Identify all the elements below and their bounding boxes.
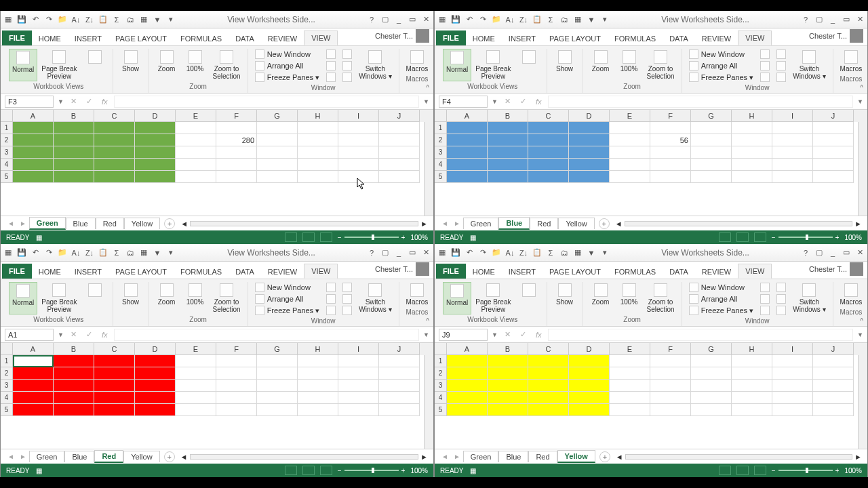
- cell[interactable]: [732, 159, 772, 171]
- save-icon[interactable]: 💾: [451, 248, 460, 258]
- cell[interactable]: 56: [650, 134, 691, 146]
- ribbon-tab-insert[interactable]: INSERT: [502, 32, 542, 45]
- tab-nav-prev-icon[interactable]: ◄: [439, 220, 451, 227]
- enter-icon[interactable]: ✓: [517, 330, 529, 339]
- cell[interactable]: [176, 159, 216, 171]
- cell[interactable]: [488, 146, 528, 159]
- open-icon[interactable]: 📁: [492, 15, 501, 24]
- show-button[interactable]: Show: [117, 282, 144, 307]
- column-header[interactable]: F: [216, 110, 257, 122]
- freeze-panes-button[interactable]: Freeze Panes ▾: [252, 72, 323, 83]
- row-header[interactable]: 5: [1, 404, 13, 416]
- fx-icon[interactable]: fx: [533, 331, 545, 339]
- cell[interactable]: [650, 367, 691, 380]
- show-button[interactable]: Show: [551, 49, 578, 74]
- zoom-100-button[interactable]: 100%: [616, 282, 643, 314]
- zoom-button[interactable]: Zoom: [153, 49, 180, 81]
- worksheet-grid[interactable]: ABCDEFGHIJ1256345: [435, 110, 867, 216]
- ribbon-tab-home[interactable]: HOME: [32, 32, 68, 45]
- window-opt-2[interactable]: [323, 72, 338, 83]
- zoom-button[interactable]: Zoom: [587, 282, 614, 314]
- cell[interactable]: [298, 122, 338, 134]
- normal-button[interactable]: Normal: [443, 282, 471, 314]
- cell[interactable]: [94, 404, 135, 416]
- cell[interactable]: [379, 171, 420, 183]
- cell[interactable]: [54, 367, 94, 380]
- cell[interactable]: [691, 404, 732, 416]
- ribbon-tab-view[interactable]: VIEW: [304, 30, 338, 45]
- pivot-icon[interactable]: ▦: [139, 15, 149, 24]
- cell[interactable]: [298, 380, 338, 392]
- cell[interactable]: [135, 122, 176, 134]
- folder-icon[interactable]: 🗂: [559, 15, 569, 24]
- row-header[interactable]: 1: [1, 122, 13, 134]
- row-header[interactable]: 2: [435, 134, 447, 146]
- cell[interactable]: [610, 392, 650, 404]
- cell[interactable]: [528, 122, 569, 134]
- view-mode-button[interactable]: [719, 232, 731, 242]
- cell[interactable]: [216, 146, 257, 159]
- window-opt2-0[interactable]: [774, 282, 789, 293]
- macros-button[interactable]: Macros: [403, 282, 431, 307]
- cell[interactable]: [569, 404, 610, 416]
- select-all-corner[interactable]: [435, 110, 447, 122]
- undo-icon[interactable]: ↶: [465, 15, 474, 24]
- cell[interactable]: [216, 171, 257, 183]
- cell[interactable]: [569, 380, 610, 392]
- column-header[interactable]: F: [650, 110, 691, 122]
- arrange-all-button[interactable]: Arrange All: [686, 60, 757, 71]
- column-header[interactable]: I: [338, 110, 379, 122]
- cell[interactable]: [447, 134, 488, 146]
- window-opt-2[interactable]: [757, 305, 772, 316]
- ribbon-tab-view[interactable]: VIEW: [738, 30, 772, 45]
- cell[interactable]: [772, 355, 813, 367]
- cell[interactable]: [13, 392, 54, 404]
- cell[interactable]: [94, 392, 135, 404]
- zoom-selection-button[interactable]: Zoom to Selection: [644, 282, 677, 314]
- worksheet-grid[interactable]: ABCDEFGHIJ12345: [435, 343, 867, 449]
- fx-icon[interactable]: fx: [99, 98, 111, 106]
- new-sheet-button[interactable]: +: [164, 218, 175, 229]
- sum-icon[interactable]: Σ: [546, 15, 555, 24]
- column-header[interactable]: I: [772, 343, 813, 355]
- ribbon-opts-icon[interactable]: ▢: [814, 248, 824, 258]
- restore-icon[interactable]: ▭: [408, 15, 417, 24]
- sheet-tab-blue[interactable]: Blue: [64, 451, 94, 462]
- window-opt-1[interactable]: [323, 293, 338, 304]
- cell[interactable]: [813, 146, 854, 159]
- zoom-100-button[interactable]: 100%: [182, 49, 209, 81]
- column-header[interactable]: J: [813, 110, 854, 122]
- row-header[interactable]: 4: [1, 159, 13, 171]
- row-header[interactable]: 3: [435, 146, 447, 159]
- switch-windows-button[interactable]: Switch Windows ▾: [790, 282, 828, 316]
- cell[interactable]: [528, 134, 569, 146]
- view-mode-button[interactable]: [285, 466, 297, 475]
- row-header[interactable]: 4: [435, 159, 447, 171]
- new-window-button[interactable]: New Window: [252, 282, 323, 293]
- cell[interactable]: [772, 404, 813, 416]
- cell[interactable]: [176, 380, 216, 392]
- cell[interactable]: [379, 146, 420, 159]
- fx-icon[interactable]: fx: [99, 331, 111, 339]
- zoom-level[interactable]: 100%: [410, 234, 428, 241]
- cell[interactable]: [13, 159, 54, 171]
- window-opt2-2[interactable]: [340, 305, 355, 316]
- cell[interactable]: [569, 367, 610, 380]
- paste-icon[interactable]: 📋: [532, 15, 542, 24]
- cell[interactable]: [610, 355, 650, 367]
- window-opt2-1[interactable]: [340, 60, 355, 71]
- sheet-tab-red[interactable]: Red: [94, 450, 123, 463]
- cell[interactable]: [447, 380, 488, 392]
- cell[interactable]: [650, 171, 691, 183]
- cell[interactable]: [54, 146, 94, 159]
- cell[interactable]: [176, 134, 216, 146]
- cell[interactable]: [650, 380, 691, 392]
- ribbon-tab-home[interactable]: HOME: [466, 265, 502, 279]
- excel-icon[interactable]: ▦: [437, 15, 447, 24]
- cell[interactable]: [732, 355, 772, 367]
- cell[interactable]: [338, 146, 379, 159]
- window-opt2-0[interactable]: [774, 49, 789, 60]
- zoom-level[interactable]: 100%: [410, 467, 428, 474]
- save-icon[interactable]: 💾: [17, 15, 26, 24]
- cell[interactable]: [447, 367, 488, 380]
